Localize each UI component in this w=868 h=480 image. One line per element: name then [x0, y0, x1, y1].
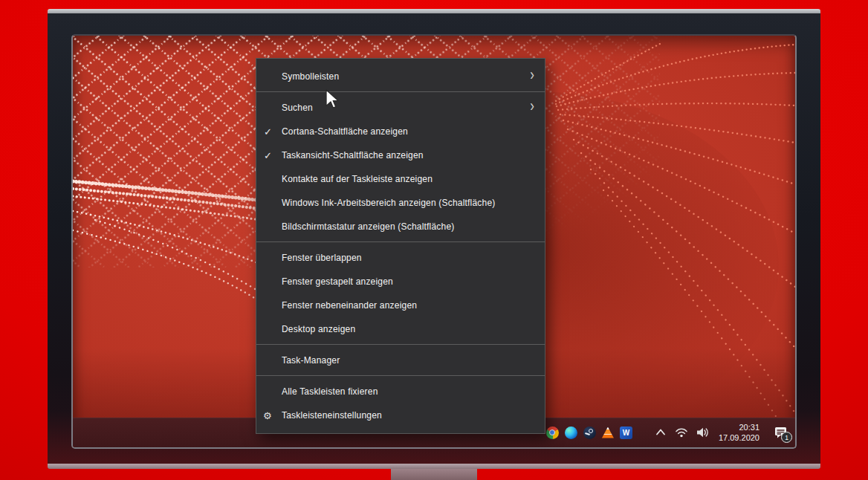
menu-item-kontakte[interactable]: Kontakte auf der Taskleiste anzeigen: [256, 167, 545, 191]
checkmark-icon: ✓: [264, 150, 272, 161]
menu-item-desktop-anzeigen[interactable]: Desktop anzeigen: [256, 317, 545, 341]
vlc-icon[interactable]: [602, 427, 614, 438]
menu-item-fenster-nebeneinander[interactable]: Fenster nebeneinander anzeigen: [256, 293, 545, 317]
submenu-arrow-icon: ›: [530, 98, 534, 117]
wifi-icon[interactable]: [674, 425, 689, 440]
monitor-bezel-bottom: [48, 464, 820, 469]
clock-date: 17.09.2020: [719, 432, 760, 443]
stage: W 20:31 17.09.2020: [0, 0, 868, 480]
menu-item-taskansicht[interactable]: ✓ Taskansicht-Schaltfläche anzeigen: [256, 143, 545, 167]
menu-item-taskleisteneinstellungen[interactable]: ⚙ Taskleisteneinstellungen: [256, 403, 545, 427]
edge-icon[interactable]: [565, 427, 577, 439]
menu-item-windows-ink[interactable]: Windows Ink-Arbeitsbereich anzeigen (Sch…: [256, 191, 545, 215]
menu-item-task-manager[interactable]: Task-Manager: [256, 348, 545, 372]
gear-icon: ⚙: [263, 410, 272, 421]
notification-badge: 1: [781, 432, 792, 443]
system-tray: W 20:31 17.09.2020: [546, 418, 789, 447]
word-icon[interactable]: W: [620, 427, 632, 439]
menu-separator: [256, 344, 545, 345]
taskbar-clock[interactable]: 20:31 17.09.2020: [719, 422, 760, 444]
screen: W 20:31 17.09.2020: [71, 34, 797, 449]
taskbar-context-menu: Symbolleisten › Suchen › ✓ Cortana-Schal…: [256, 58, 545, 434]
chevron-up-icon[interactable]: [653, 425, 668, 440]
menu-item-fenster-ueberlappen[interactable]: Fenster überlappen: [256, 246, 545, 270]
menu-separator: [256, 91, 545, 92]
menu-item-symbolleisten[interactable]: Symbolleisten ›: [256, 65, 545, 88]
action-center-button[interactable]: 1: [773, 424, 789, 441]
chrome-icon[interactable]: [546, 427, 559, 439]
monitor-stand: [391, 469, 477, 480]
menu-item-bildschirmtastatur[interactable]: Bildschirmtastatur anzeigen (Schaltfläch…: [256, 215, 545, 239]
menu-item-taskleisten-fixieren[interactable]: Alle Taskleisten fixieren: [256, 380, 545, 403]
menu-item-suchen[interactable]: Suchen ›: [256, 96, 545, 120]
menu-separator: [256, 375, 545, 376]
menu-separator: [256, 241, 545, 242]
clock-time: 20:31: [719, 422, 760, 432]
submenu-arrow-icon: ›: [530, 67, 534, 85]
menu-item-fenster-gestapelt[interactable]: Fenster gestapelt anzeigen: [256, 270, 545, 293]
checkmark-icon: ✓: [264, 126, 272, 137]
volume-icon[interactable]: [695, 425, 710, 440]
steam-icon[interactable]: [583, 427, 596, 439]
menu-item-cortana[interactable]: ✓ Cortana-Schaltfläche anzeigen: [256, 120, 545, 143]
